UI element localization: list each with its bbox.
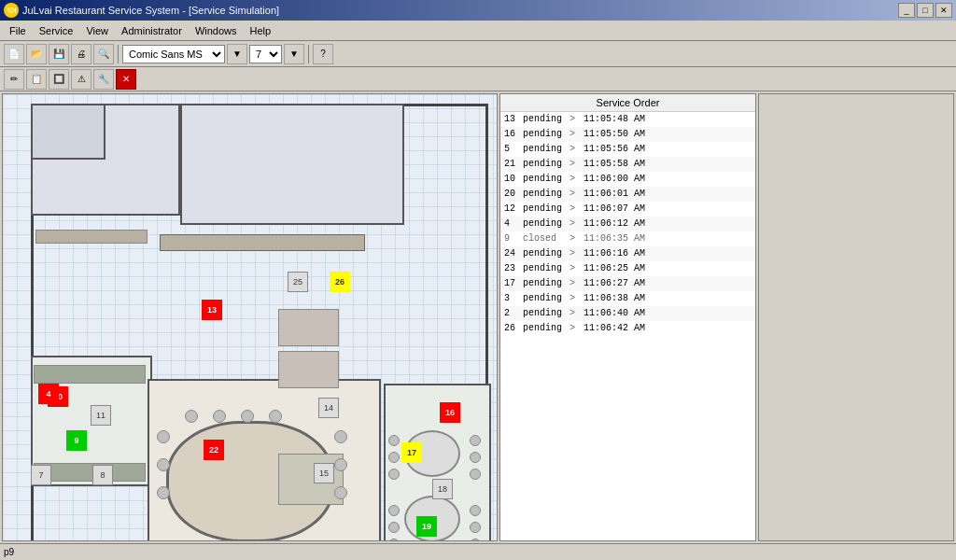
service-order-header: Service Order	[500, 94, 755, 112]
status-text: p9	[4, 547, 14, 557]
service-order-row[interactable]: 4pending>11:06:12 AM	[500, 217, 755, 231]
service-order-row[interactable]: 20pending>11:06:01 AM	[500, 187, 755, 202]
table-26[interactable]: 26	[330, 272, 350, 292]
tool3[interactable]: 🔲	[49, 69, 69, 90]
table-18[interactable]: 18	[432, 479, 453, 499]
table-7[interactable]: 7	[31, 465, 51, 485]
menu-file[interactable]: File	[4, 23, 32, 38]
table-17[interactable]: 17	[401, 442, 422, 463]
service-order-rows: 13pending>11:05:48 AM16pending>11:05:50 …	[500, 112, 755, 336]
table-15[interactable]: 15	[314, 463, 334, 483]
app-icon: 🍽	[4, 3, 19, 18]
tool5[interactable]: 🔧	[93, 69, 114, 90]
font-dropdown[interactable]: ▼	[227, 44, 247, 64]
table-11[interactable]: 11	[91, 405, 111, 426]
service-order-row[interactable]: 10pending>11:06:00 AM	[500, 172, 755, 187]
print-button[interactable]: 🖨	[71, 44, 91, 64]
right-panel	[758, 93, 954, 541]
status-bar: p9	[0, 543, 956, 560]
new-button[interactable]: 📄	[4, 44, 24, 64]
table-14[interactable]: 14	[318, 398, 339, 418]
table-25[interactable]: 25	[288, 272, 308, 292]
window-title: JuLvai Restaurant Service System - [Serv…	[22, 5, 279, 16]
toolbar1: 📄 📂 💾 🖨 🔍 Comic Sans MS ▼ 7 ▼ ?	[0, 41, 956, 67]
service-order-row[interactable]: 17pending>11:06:27 AM	[500, 276, 755, 291]
service-order-row[interactable]: 9closed>11:06:35 AM	[500, 231, 755, 246]
service-order-row[interactable]: 12pending>11:06:07 AM	[500, 202, 755, 217]
tool2[interactable]: 📋	[26, 69, 47, 90]
search-button[interactable]: 🔍	[93, 44, 114, 64]
open-button[interactable]: 📂	[26, 44, 47, 64]
table-19[interactable]: 19	[416, 516, 437, 537]
size-dropdown[interactable]: ▼	[284, 44, 304, 64]
floor-plan[interactable]: 13 25 26 10 11 9 7 8 4 22 14 15 16 17 18…	[2, 93, 498, 541]
service-order-row[interactable]: 26pending>11:06:42 AM	[500, 321, 755, 336]
menu-administrator[interactable]: Administrator	[116, 23, 188, 38]
table-4[interactable]: 4	[38, 384, 59, 404]
table-13[interactable]: 13	[202, 300, 222, 320]
save-button[interactable]: 💾	[49, 44, 69, 64]
service-order-row[interactable]: 16pending>11:05:50 AM	[500, 127, 755, 142]
menu-view[interactable]: View	[80, 23, 114, 38]
service-order-row[interactable]: 21pending>11:05:58 AM	[500, 157, 755, 172]
minimize-button[interactable]: _	[898, 3, 915, 18]
tool1[interactable]: ✏	[4, 69, 24, 90]
service-order-row[interactable]: 2pending>11:06:40 AM	[500, 306, 755, 321]
menu-windows[interactable]: Windows	[190, 23, 243, 38]
menu-bar: File Service View Administrator Windows …	[0, 21, 956, 41]
service-order-panel[interactable]: Service Order 13pending>11:05:48 AM16pen…	[499, 93, 756, 541]
title-bar-left: 🍽 JuLvai Restaurant Service System - [Se…	[4, 3, 279, 18]
service-order-row[interactable]: 3pending>11:06:38 AM	[500, 291, 755, 306]
title-bar-buttons[interactable]: _ □ ✕	[898, 3, 952, 18]
table-16[interactable]: 16	[440, 402, 460, 423]
tool4[interactable]: ⚠	[71, 69, 91, 90]
table-8[interactable]: 8	[92, 465, 113, 485]
toolbar2: ✏ 📋 🔲 ⚠ 🔧 ✕	[0, 67, 956, 91]
close-button[interactable]: ✕	[935, 3, 952, 18]
menu-service[interactable]: Service	[34, 23, 79, 38]
menu-help[interactable]: Help	[245, 23, 277, 38]
font-selector[interactable]: Comic Sans MS	[122, 45, 225, 63]
restore-button[interactable]: □	[917, 3, 934, 18]
main-area: 13 25 26 10 11 9 7 8 4 22 14 15 16 17 18…	[0, 91, 956, 543]
service-order-row[interactable]: 24pending>11:06:16 AM	[500, 246, 755, 261]
tool-close[interactable]: ✕	[116, 69, 136, 90]
table-22-center[interactable]: 22	[204, 440, 224, 460]
size-selector[interactable]: 7	[249, 45, 282, 63]
service-order-row[interactable]: 23pending>11:06:25 AM	[500, 261, 755, 276]
title-bar: 🍽 JuLvai Restaurant Service System - [Se…	[0, 0, 956, 21]
help-button[interactable]: ?	[313, 44, 333, 64]
service-order-row[interactable]: 5pending>11:05:56 AM	[500, 142, 755, 157]
service-order-row[interactable]: 13pending>11:05:48 AM	[500, 112, 755, 127]
table-9[interactable]: 9	[66, 430, 87, 451]
